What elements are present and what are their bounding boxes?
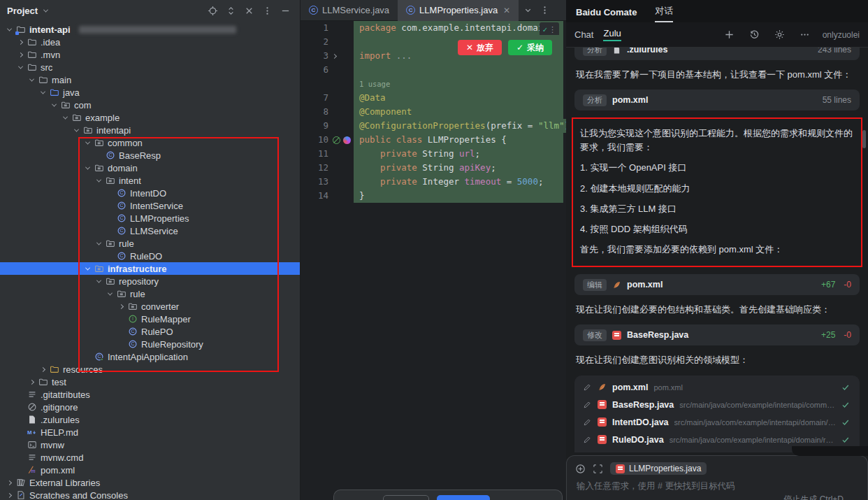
chevron-right-icon[interactable]	[15, 50, 25, 59]
tree-item-domain[interactable]: domain	[0, 162, 300, 174]
tree-item-converter[interactable]: converter	[0, 300, 300, 313]
accept-diff-button[interactable]: ✓采纳	[508, 40, 552, 55]
tab-chat[interactable]: Chat	[574, 29, 593, 40]
stop-generating-hint[interactable]: 停止生成 Ctrl+D	[783, 494, 844, 500]
tree-item--idea[interactable]: .idea	[0, 36, 300, 48]
tree-item-mvnw-cmd[interactable]: mvnw.cmd	[0, 451, 300, 464]
tree-item-help-md[interactable]: MHELP.md	[0, 426, 300, 438]
tabs-more-icon[interactable]	[537, 3, 552, 18]
chevron-down-icon[interactable]	[27, 75, 36, 85]
chevron-right-icon[interactable]	[27, 377, 36, 387]
popup-secondary-button[interactable]	[383, 495, 429, 500]
spring-bean-icon[interactable]	[333, 136, 340, 144]
tree-item-intent[interactable]: intent	[0, 174, 300, 187]
prompt-input[interactable]	[575, 480, 774, 492]
tree-item-llmproperties[interactable]: CLLMProperties	[0, 212, 300, 224]
tree-item-main[interactable]: main	[0, 73, 300, 86]
new-chat-icon[interactable]	[722, 27, 737, 43]
tree-item-rule[interactable]: rule	[0, 287, 300, 300]
editor-tab-llmproperties-java[interactable]: CLLMProperties.java✕	[398, 0, 519, 21]
chevron-down-icon[interactable]	[15, 62, 25, 72]
chevron-down-icon[interactable]	[49, 100, 59, 110]
tree-item-java[interactable]: java	[0, 86, 300, 99]
tool-call-card[interactable]: 编辑pom.xml+67-0	[574, 274, 860, 295]
settings-icon[interactable]	[772, 27, 788, 43]
chevron-down-icon[interactable]	[38, 87, 48, 97]
chevron-right-icon[interactable]	[4, 478, 14, 487]
tree-item-intentservice[interactable]: CIntentService	[0, 199, 300, 212]
tree-item-repository[interactable]: repository	[0, 275, 300, 287]
tree-item--mvn[interactable]: .mvn	[0, 48, 300, 61]
tab-conversation[interactable]: 对话	[655, 5, 673, 22]
chevron-down-icon[interactable]	[94, 238, 103, 248]
tree-item-rulemapper[interactable]: IRuleMapper	[0, 313, 300, 325]
tree-item-external-libraries[interactable]: External Libraries	[0, 476, 300, 489]
chat-scrollbar-thumb[interactable]	[862, 130, 866, 148]
code-text: public class LLMProperties {	[354, 133, 563, 147]
tree-item-intentdo[interactable]: CIntentDO	[0, 187, 300, 199]
editor-tab-llmservice-java[interactable]: CLLMService.java	[301, 0, 398, 21]
tree-item-llmservice[interactable]: CLLMService	[0, 224, 300, 237]
locate-icon[interactable]	[205, 3, 220, 18]
chevron-down-icon[interactable]	[82, 163, 92, 173]
chevron-right-icon[interactable]	[15, 37, 25, 47]
tree-item-intent-api[interactable]: intent-api	[0, 23, 300, 36]
chat-input-box[interactable]: LLMProperties.java 停止生成 Ctrl+D	[566, 455, 868, 500]
changed-file-row[interactable]: IntentDO.javasrc/main/java/com/example/i…	[574, 413, 860, 431]
more-icon[interactable]	[797, 27, 813, 43]
tree-item-intentapi[interactable]: intentapi	[0, 124, 300, 136]
screenshot-icon[interactable]	[593, 464, 603, 474]
hide-panel-icon[interactable]	[277, 3, 293, 18]
tree-item--gitignore[interactable]: .gitignore	[0, 401, 300, 413]
chevron-down-icon[interactable]	[94, 176, 103, 185]
usage-inlay-hint[interactable]: 1 usage	[359, 80, 390, 88]
context-file-chip[interactable]: LLMProperties.java	[610, 462, 707, 475]
chevron-down-icon[interactable]	[71, 125, 81, 135]
tool-call-card[interactable]: 分析pom.xml55 lines	[574, 90, 860, 110]
tree-item-resources[interactable]: resources	[0, 363, 300, 376]
changed-file-row[interactable]: BaseResp.javasrc/main/java/com/example/i…	[574, 396, 860, 413]
tree-item-rule[interactable]: rule	[0, 237, 300, 250]
expand-all-icon[interactable]	[223, 3, 238, 18]
lombok-icon[interactable]	[343, 136, 351, 144]
tree-item-infrastructure[interactable]: infrastructure	[0, 262, 300, 275]
tree-item-rulepo[interactable]: CRulePO	[0, 325, 300, 338]
close-tab-icon[interactable]: ✕	[503, 6, 510, 15]
chevron-down-icon[interactable]	[105, 289, 115, 299]
fold-arrow-icon[interactable]	[333, 55, 336, 58]
tree-item-scratches-and-consoles[interactable]: Scratches and Consoles	[0, 489, 300, 500]
tree-item-test[interactable]: test	[0, 376, 300, 388]
chevron-right-icon[interactable]	[38, 364, 48, 374]
chevron-down-icon[interactable]	[4, 24, 14, 34]
tree-item--zulurules[interactable]: .zulurules	[0, 413, 300, 426]
tree-item--gitattributes[interactable]: .gitattributes	[0, 388, 300, 401]
tree-item-common[interactable]: common	[0, 136, 300, 149]
tool-call-card[interactable]: 修改BaseResp.java+25-0	[574, 324, 860, 345]
close-icon[interactable]	[241, 3, 256, 18]
tabs-dropdown-icon[interactable]	[520, 3, 535, 18]
tree-item-example[interactable]: example	[0, 111, 300, 124]
tool-call-card[interactable]: 分析.zulurules243 lines	[574, 48, 860, 60]
tree-item-com[interactable]: com	[0, 99, 300, 111]
chevron-down-icon[interactable]	[82, 138, 92, 148]
chevron-down-icon[interactable]	[60, 113, 70, 122]
add-context-icon[interactable]	[575, 464, 586, 474]
reject-diff-button[interactable]: ✕放弃	[458, 40, 502, 55]
tree-item-intentapiapplication[interactable]: CIntentApiApplication	[0, 350, 300, 363]
chevron-right-icon[interactable]	[4, 490, 14, 500]
tree-item-baseresp[interactable]: CBaseResp	[0, 149, 300, 162]
tree-item-ruledo[interactable]: CRuleDO	[0, 250, 300, 262]
tree-item-mvnw[interactable]: mvnw	[0, 438, 300, 451]
tree-item-src[interactable]: src	[0, 61, 300, 73]
tree-item-rulerepository[interactable]: CRuleRepository	[0, 338, 300, 350]
popup-primary-button[interactable]	[437, 495, 490, 500]
history-icon[interactable]	[747, 27, 762, 43]
tree-item-pom-xml[interactable]: mpom.xml	[0, 464, 300, 476]
chevron-down-icon[interactable]	[82, 264, 92, 273]
tab-zulu[interactable]: Zulu	[603, 28, 621, 41]
chevron-down-icon[interactable]	[94, 276, 103, 286]
chevron-right-icon[interactable]	[116, 301, 126, 311]
chevron-down-icon[interactable]	[41, 6, 50, 15]
more-vertical-icon[interactable]	[259, 3, 275, 18]
changed-file-row[interactable]: pom.xmlpom.xml	[574, 378, 860, 396]
